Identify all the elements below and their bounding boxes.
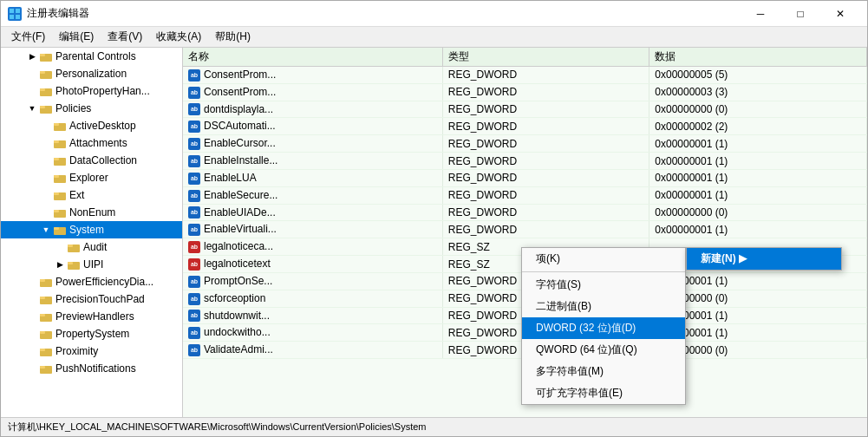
cell-type: REG_DWORD [442,153,649,170]
tree-label: Attachments [69,137,127,149]
table-row[interactable]: abPromptOnSe... REG_DWORD 0x00000001 (1) [183,272,867,290]
tree-item-proximity[interactable]: Proximity [1,342,182,360]
cell-data [649,256,867,273]
tree-label: PowerEfficiencyDia... [55,276,153,288]
col-name: 名称 [183,48,442,67]
tree-item-audit[interactable]: Audit [1,238,182,256]
table-row[interactable]: ablegalnoticeca... REG_SZ [183,238,867,256]
cell-data: 0x00000001 (1) [649,135,867,153]
table-row[interactable]: abshutdownwit... REG_DWORD 0x00000001 (1… [183,307,867,324]
tree-arrow: ▶ [53,260,67,269]
folder-icon [39,345,53,357]
tree-item-policies[interactable]: ▼ Policies [1,100,182,117]
cell-data: 0x00000003 (3) [649,83,867,101]
tree-item-datacollection[interactable]: DataCollection [1,152,182,169]
cell-type: REG_DWORD [442,83,649,101]
table-row[interactable]: abEnableVirtuali... REG_DWORD 0x00000001… [183,221,867,238]
cell-type: REG_DWORD [442,118,649,135]
table-row[interactable]: abConsentProm... REG_DWORD 0x00000005 (5… [183,67,867,84]
title-controls: ─ □ ✕ [741,1,860,27]
table-row[interactable]: abDSCAutomati... REG_DWORD 0x00000002 (2… [183,118,867,135]
tree-item-activedesktop[interactable]: ActiveDesktop [1,117,182,134]
tree-item-ext[interactable]: Ext [1,186,182,204]
cell-type: REG_DWORD [442,101,649,118]
maximize-button[interactable]: □ [780,1,820,27]
cell-data: 0x00000000 (0) [649,204,867,221]
cell-name: abEnableCursor... [183,135,442,153]
tree-item-personalization[interactable]: Personalization [1,65,182,82]
folder-icon [53,120,67,132]
tree-item-previewhandlers[interactable]: PreviewHandlers [1,308,182,325]
tree-item-explorer[interactable]: Explorer [1,169,182,186]
table-row[interactable]: abundockwitho... REG_DWORD 0x00000001 (1… [183,324,867,342]
cell-data: 0x00000000 (0) [649,342,867,359]
dword-icon: ab [188,69,200,82]
dword-icon: ab [188,310,200,322]
tree-label: PreviewHandlers [55,310,134,323]
menu-edit[interactable]: 编辑(E) [52,28,101,46]
menu-favorites[interactable]: 收藏夹(A) [149,28,208,46]
table-row[interactable]: abEnableSecure... REG_DWORD 0x00000001 (… [183,186,867,204]
dword-icon: ab [188,173,200,185]
col-data: 数据 [649,48,867,67]
dword-icon: ab [188,138,200,150]
tree-item-photoproperty[interactable]: PhotoPropertyHan... [1,82,182,100]
tree-arrow: ▶ [25,52,39,61]
folder-icon [39,293,53,305]
folder-icon [67,258,81,271]
table-row[interactable]: abEnableUIADe... REG_DWORD 0x00000000 (0… [183,204,867,221]
svg-rect-3 [16,15,20,19]
svg-rect-11 [40,106,45,108]
tree-item-propertysystem[interactable]: PropertySystem [1,325,182,342]
table-row[interactable]: abEnableCursor... REG_DWORD 0x00000001 (… [183,135,867,153]
svg-rect-15 [54,140,59,143]
tree-item-powerefficiency[interactable]: PowerEfficiencyDia... [1,273,182,290]
title-bar: 注册表编辑器 ─ □ ✕ [1,1,867,27]
svg-rect-41 [40,366,45,369]
cell-type: REG_DWORD [442,67,649,84]
tree-item-precisiontouchpad[interactable]: PrecisionTouchPad [1,290,182,308]
tree-item-system[interactable]: ▼ System [1,221,182,238]
table-row[interactable]: abdontdisplayla... REG_DWORD 0x00000000 … [183,101,867,118]
tree-label: UIPI [83,258,103,271]
folder-icon [53,154,67,166]
tree-item-parental-controls[interactable]: ▶ Parental Controls [1,48,182,65]
cell-type: REG_DWORD [442,290,649,307]
tree-item-pushnotifications[interactable]: PushNotifications [1,360,182,377]
tree-label: Personalization [55,68,127,80]
table-row[interactable]: abscforceoption REG_DWORD 0x00000000 (0) [183,290,867,307]
window-title: 注册表编辑器 [27,6,89,21]
table-row[interactable]: ablegalnoticetext REG_SZ [183,256,867,273]
menu-help[interactable]: 帮助(H) [208,28,258,46]
cell-type: REG_DWORD [442,186,649,204]
svg-rect-25 [54,227,59,230]
values-table: 名称 类型 数据 abConsentProm... REG_DWORD 0x00… [183,48,867,359]
tree-item-nonenum[interactable]: NonEnum [1,204,182,221]
table-row[interactable]: abConsentProm... REG_DWORD 0x00000003 (3… [183,83,867,101]
cell-data: 0x00000005 (5) [649,67,867,84]
cell-type: REG_DWORD [442,342,649,359]
svg-rect-37 [40,331,45,334]
cell-name: abPromptOnSe... [183,272,442,290]
svg-rect-0 [10,9,14,13]
cell-data: 0x00000001 (1) [649,221,867,238]
table-row[interactable]: abEnableInstalle... REG_DWORD 0x00000001… [183,153,867,170]
menu-view[interactable]: 查看(V) [101,28,149,46]
tree-arrow: ▼ [25,104,39,113]
cell-data: 0x00000001 (1) [649,324,867,342]
svg-rect-13 [54,123,59,126]
tree-item-attachments[interactable]: Attachments [1,134,182,152]
minimize-button[interactable]: ─ [741,1,780,27]
tree-item-uipi[interactable]: ▶ UIPI [1,256,182,273]
cell-data: 0x00000001 (1) [649,186,867,204]
folder-icon [39,276,53,288]
svg-rect-17 [54,158,59,160]
tree-label: DataCollection [69,154,137,166]
table-row[interactable]: abEnableLUA REG_DWORD 0x00000001 (1) [183,169,867,186]
svg-rect-39 [40,349,45,351]
menu-file[interactable]: 文件(F) [4,28,52,46]
svg-rect-27 [68,245,73,247]
table-row[interactable]: abValidateAdmi... REG_DWORD 0x00000000 (… [183,342,867,359]
close-button[interactable]: ✕ [820,1,860,27]
folder-icon [53,137,67,149]
